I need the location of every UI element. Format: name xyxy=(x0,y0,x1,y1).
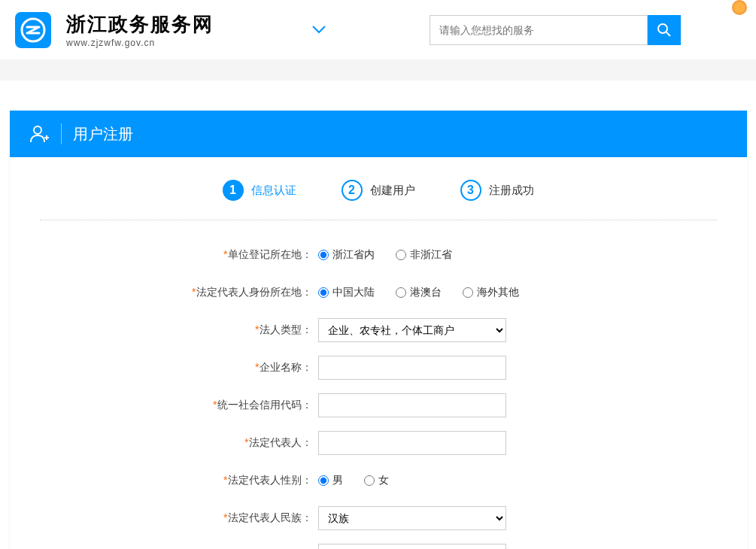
page-title: 用户注册 xyxy=(73,124,133,144)
label-credit-code: *统一社会信用代码： xyxy=(40,399,318,412)
step-2: 2 创建用户 xyxy=(342,180,415,201)
site-logo-icon xyxy=(15,12,51,48)
search-input[interactable] xyxy=(430,15,648,45)
site-title: 浙江政务服务网 xyxy=(66,11,214,38)
radio-group-location: 浙江省内 非浙江省 xyxy=(318,248,452,262)
page-banner: 用户注册 xyxy=(10,111,747,157)
label-company-name: *企业名称： xyxy=(40,361,318,375)
separator-bar xyxy=(0,59,756,80)
step-num: 1 xyxy=(223,180,244,201)
input-id-number[interactable] xyxy=(318,544,506,549)
step-indicator: 1 信息认证 2 创建用户 3 注册成功 xyxy=(40,180,717,201)
select-legal-type[interactable]: 企业、农专社，个体工商户 xyxy=(318,318,506,342)
svg-line-2 xyxy=(666,32,670,36)
site-header: 浙江政务服务网 www.zjzwfw.gov.cn xyxy=(0,0,756,59)
svg-point-3 xyxy=(34,126,41,134)
input-rep-name[interactable] xyxy=(318,431,506,455)
search-button[interactable] xyxy=(648,15,681,45)
step-num: 3 xyxy=(460,180,481,201)
label-legal-type: *法人类型： xyxy=(40,323,318,337)
step-num: 2 xyxy=(342,180,363,201)
notification-icon[interactable] xyxy=(732,0,747,15)
label-gender: *法定代表人性别： xyxy=(40,474,318,487)
radio-mainland[interactable]: 中国大陆 xyxy=(318,286,375,299)
label-id-location: *法定代表人身份所在地： xyxy=(40,286,318,299)
radio-female[interactable]: 女 xyxy=(364,474,389,487)
radio-overseas[interactable]: 海外其他 xyxy=(463,286,519,299)
radio-male[interactable]: 男 xyxy=(318,474,343,487)
input-company-name[interactable] xyxy=(318,356,506,380)
radio-zhejiang[interactable]: 浙江省内 xyxy=(318,248,375,262)
site-url: www.zjzwfw.gov.cn xyxy=(66,38,214,48)
select-ethnicity[interactable]: 汉族 xyxy=(318,506,506,530)
user-add-icon xyxy=(29,123,50,144)
step-label: 信息认证 xyxy=(251,184,296,198)
input-credit-code[interactable] xyxy=(318,393,506,417)
step-label: 注册成功 xyxy=(489,184,534,198)
label-location: *单位登记所在地： xyxy=(40,248,318,262)
radio-group-id-location: 中国大陆 港澳台 海外其他 xyxy=(318,286,519,299)
label-rep-name: *法定代表人： xyxy=(40,436,318,450)
search-icon xyxy=(657,23,672,38)
divider xyxy=(61,123,62,144)
step-label: 创建用户 xyxy=(370,184,415,198)
radio-group-gender: 男 女 xyxy=(318,474,389,487)
radio-non-zhejiang[interactable]: 非浙江省 xyxy=(396,248,452,262)
svg-point-1 xyxy=(658,24,667,33)
radio-hkmotw[interactable]: 港澳台 xyxy=(396,286,442,299)
search-bar xyxy=(430,15,681,45)
chevron-down-icon[interactable] xyxy=(311,23,326,37)
step-1: 1 信息认证 xyxy=(223,180,296,201)
step-3: 3 注册成功 xyxy=(460,180,534,201)
label-ethnicity: *法定代表人民族： xyxy=(40,511,318,525)
site-logo-text: 浙江政务服务网 www.zjzwfw.gov.cn xyxy=(66,11,214,48)
divider-dotted xyxy=(40,220,717,220)
